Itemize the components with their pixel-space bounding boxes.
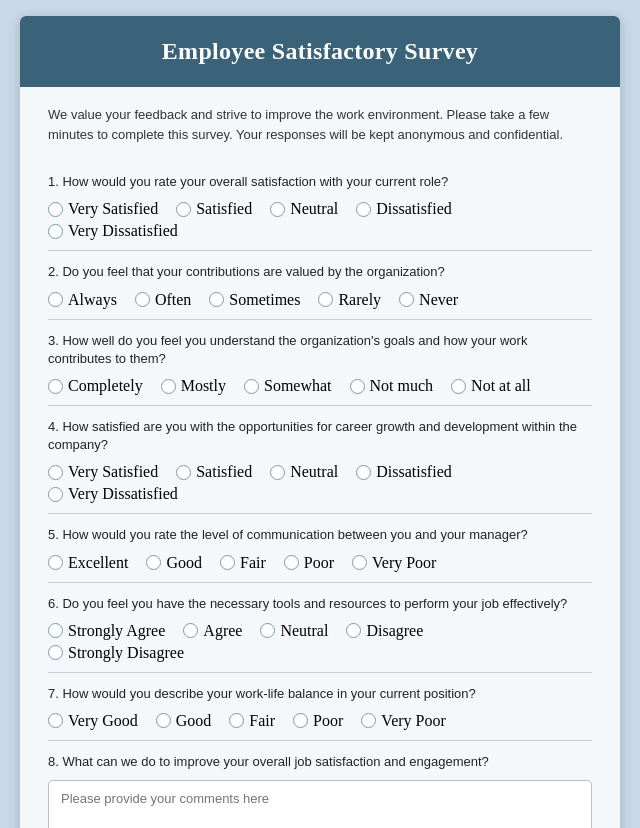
radio-option-q6-1[interactable]: Agree bbox=[183, 622, 242, 640]
radio-option-q1-2[interactable]: Neutral bbox=[270, 200, 338, 218]
radio-input-q1-4[interactable] bbox=[48, 224, 63, 239]
radio-option-q2-3[interactable]: Rarely bbox=[318, 291, 381, 309]
radio-input-q7-3[interactable] bbox=[293, 713, 308, 728]
radio-option-q4-1[interactable]: Satisfied bbox=[176, 463, 252, 481]
radio-input-q2-3[interactable] bbox=[318, 292, 333, 307]
survey-header: Employee Satisfactory Survey bbox=[20, 16, 620, 87]
radio-option-q6-0[interactable]: Strongly Agree bbox=[48, 622, 165, 640]
radio-option-q1-0[interactable]: Very Satisfied bbox=[48, 200, 158, 218]
radio-option-q3-3[interactable]: Not much bbox=[350, 377, 434, 395]
radio-input-q6-1[interactable] bbox=[183, 623, 198, 638]
radio-input-q4-3[interactable] bbox=[356, 465, 371, 480]
radio-option-q7-1[interactable]: Good bbox=[156, 712, 212, 730]
radio-input-q3-2[interactable] bbox=[244, 379, 259, 394]
radio-option-q4-0[interactable]: Very Satisfied bbox=[48, 463, 158, 481]
radio-option-q5-4[interactable]: Very Poor bbox=[352, 554, 436, 572]
radio-label-q6-3: Disagree bbox=[366, 622, 423, 640]
radio-label-q4-2: Neutral bbox=[290, 463, 338, 481]
radio-option-q5-0[interactable]: Excellent bbox=[48, 554, 128, 572]
radio-label-q5-2: Fair bbox=[240, 554, 266, 572]
radio-label-q2-0: Always bbox=[68, 291, 117, 309]
radio-input-q6-4[interactable] bbox=[48, 645, 63, 660]
radio-input-q6-0[interactable] bbox=[48, 623, 63, 638]
radio-input-q7-4[interactable] bbox=[361, 713, 376, 728]
radio-input-q2-1[interactable] bbox=[135, 292, 150, 307]
radio-input-q2-4[interactable] bbox=[399, 292, 414, 307]
radio-option-q4-4[interactable]: Very Dissatisfied bbox=[48, 485, 178, 503]
radio-input-q4-2[interactable] bbox=[270, 465, 285, 480]
radio-option-q2-2[interactable]: Sometimes bbox=[209, 291, 300, 309]
radio-label-q5-1: Good bbox=[166, 554, 202, 572]
radio-input-q4-0[interactable] bbox=[48, 465, 63, 480]
radio-option-q5-2[interactable]: Fair bbox=[220, 554, 266, 572]
radio-label-q5-0: Excellent bbox=[68, 554, 128, 572]
radio-input-q7-1[interactable] bbox=[156, 713, 171, 728]
radio-option-q2-1[interactable]: Often bbox=[135, 291, 191, 309]
radio-input-q1-2[interactable] bbox=[270, 202, 285, 217]
radio-label-q4-0: Very Satisfied bbox=[68, 463, 158, 481]
radio-input-q5-4[interactable] bbox=[352, 555, 367, 570]
radio-input-q4-4[interactable] bbox=[48, 487, 63, 502]
options-row-q5: ExcellentGoodFairPoorVery Poor bbox=[48, 554, 592, 572]
radio-input-q3-4[interactable] bbox=[451, 379, 466, 394]
intro-text: We value your feedback and strive to imp… bbox=[48, 105, 592, 145]
radio-input-q1-0[interactable] bbox=[48, 202, 63, 217]
radio-input-q6-3[interactable] bbox=[346, 623, 361, 638]
radio-label-q2-1: Often bbox=[155, 291, 191, 309]
radio-option-q5-3[interactable]: Poor bbox=[284, 554, 334, 572]
radio-input-q2-2[interactable] bbox=[209, 292, 224, 307]
radio-input-q7-2[interactable] bbox=[229, 713, 244, 728]
radio-input-q4-1[interactable] bbox=[176, 465, 191, 480]
radio-option-q7-3[interactable]: Poor bbox=[293, 712, 343, 730]
comments-textarea[interactable] bbox=[48, 780, 592, 828]
radio-option-q3-4[interactable]: Not at all bbox=[451, 377, 531, 395]
radio-label-q6-1: Agree bbox=[203, 622, 242, 640]
options-row-q1: Very SatisfiedSatisfiedNeutralDissatisfi… bbox=[48, 200, 592, 240]
radio-option-q3-2[interactable]: Somewhat bbox=[244, 377, 332, 395]
radio-option-q6-3[interactable]: Disagree bbox=[346, 622, 423, 640]
radio-input-q7-0[interactable] bbox=[48, 713, 63, 728]
radio-input-q3-3[interactable] bbox=[350, 379, 365, 394]
radio-option-q4-3[interactable]: Dissatisfied bbox=[356, 463, 452, 481]
question-text-q1: 1. How would you rate your overall satis… bbox=[48, 173, 592, 191]
radio-option-q5-1[interactable]: Good bbox=[146, 554, 202, 572]
radio-option-q1-4[interactable]: Very Dissatisfied bbox=[48, 222, 178, 240]
radio-option-q2-0[interactable]: Always bbox=[48, 291, 117, 309]
radio-option-q7-0[interactable]: Very Good bbox=[48, 712, 138, 730]
radio-label-q2-4: Never bbox=[419, 291, 458, 309]
radio-label-q4-1: Satisfied bbox=[196, 463, 252, 481]
radio-option-q6-2[interactable]: Neutral bbox=[260, 622, 328, 640]
radio-label-q6-4: Strongly Disagree bbox=[68, 644, 184, 662]
question-block-q2: 2. Do you feel that your contributions a… bbox=[48, 251, 592, 319]
options-row-q6: Strongly AgreeAgreeNeutralDisagreeStrong… bbox=[48, 622, 592, 662]
radio-input-q1-1[interactable] bbox=[176, 202, 191, 217]
radio-input-q2-0[interactable] bbox=[48, 292, 63, 307]
radio-option-q7-2[interactable]: Fair bbox=[229, 712, 275, 730]
radio-label-q7-4: Very Poor bbox=[381, 712, 445, 730]
radio-input-q5-3[interactable] bbox=[284, 555, 299, 570]
radio-label-q2-3: Rarely bbox=[338, 291, 381, 309]
radio-input-q1-3[interactable] bbox=[356, 202, 371, 217]
radio-option-q1-3[interactable]: Dissatisfied bbox=[356, 200, 452, 218]
radio-input-q3-1[interactable] bbox=[161, 379, 176, 394]
radio-label-q1-4: Very Dissatisfied bbox=[68, 222, 178, 240]
survey-card: Employee Satisfactory Survey We value yo… bbox=[20, 16, 620, 828]
radio-option-q1-1[interactable]: Satisfied bbox=[176, 200, 252, 218]
radio-input-q5-0[interactable] bbox=[48, 555, 63, 570]
radio-input-q3-0[interactable] bbox=[48, 379, 63, 394]
radio-option-q3-1[interactable]: Mostly bbox=[161, 377, 226, 395]
radio-option-q7-4[interactable]: Very Poor bbox=[361, 712, 445, 730]
radio-label-q3-4: Not at all bbox=[471, 377, 531, 395]
radio-option-q2-4[interactable]: Never bbox=[399, 291, 458, 309]
radio-input-q6-2[interactable] bbox=[260, 623, 275, 638]
radio-option-q3-0[interactable]: Completely bbox=[48, 377, 143, 395]
radio-label-q6-0: Strongly Agree bbox=[68, 622, 165, 640]
radio-label-q4-4: Very Dissatisfied bbox=[68, 485, 178, 503]
radio-option-q4-2[interactable]: Neutral bbox=[270, 463, 338, 481]
radio-label-q7-3: Poor bbox=[313, 712, 343, 730]
radio-label-q7-0: Very Good bbox=[68, 712, 138, 730]
radio-input-q5-1[interactable] bbox=[146, 555, 161, 570]
radio-option-q6-4[interactable]: Strongly Disagree bbox=[48, 644, 184, 662]
radio-input-q5-2[interactable] bbox=[220, 555, 235, 570]
question-block-q1: 1. How would you rate your overall satis… bbox=[48, 161, 592, 251]
